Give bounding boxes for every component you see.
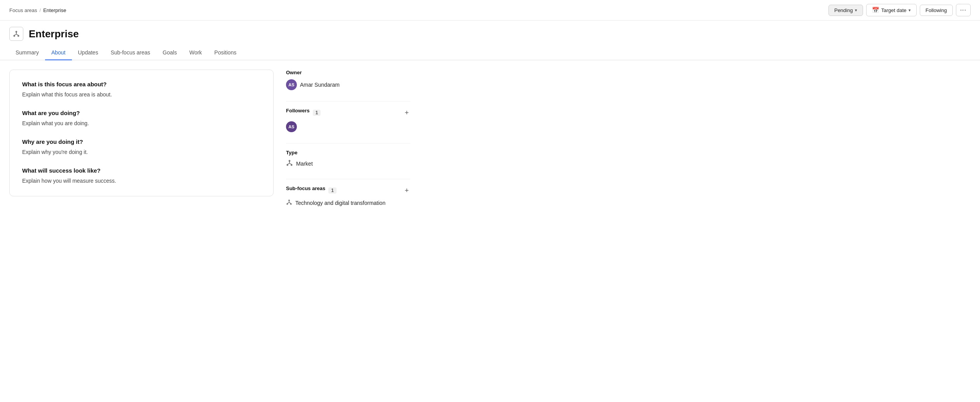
about-answer-1: Explain what this focus area is about.: [22, 91, 261, 99]
owner-label: Owner: [286, 70, 410, 75]
follower-avatar-1: AS: [286, 121, 297, 132]
breadcrumb: Focus areas / Enterprise: [9, 7, 66, 13]
tab-work[interactable]: Work: [183, 45, 208, 60]
pending-button[interactable]: Pending ▾: [828, 5, 863, 16]
divider-3: [286, 179, 410, 179]
about-card: What is this focus area about? Explain w…: [9, 70, 274, 196]
target-date-button[interactable]: 📅 Target date ▾: [866, 4, 917, 16]
tab-updates[interactable]: Updates: [72, 45, 105, 60]
sidebar-followers-section: Followers 1 + AS: [286, 108, 410, 132]
about-section-3: Why are you doing it? Explain why you're…: [22, 138, 261, 156]
sidebar-subfocus-section: Sub-focus areas 1 + Technology an: [286, 185, 410, 207]
svg-line-17: [289, 203, 291, 204]
about-answer-3: Explain why you're doing it.: [22, 148, 261, 156]
breadcrumb-separator: /: [40, 7, 41, 13]
svg-line-16: [287, 203, 289, 204]
type-label: Type: [286, 150, 410, 156]
tab-sub-focus-areas[interactable]: Sub-focus areas: [105, 45, 157, 60]
following-button[interactable]: Following: [920, 5, 953, 16]
calendar-icon: 📅: [872, 7, 879, 14]
chevron-down-icon: ▾: [855, 8, 857, 13]
add-follower-button[interactable]: +: [403, 108, 410, 117]
subfocus-label: Sub-focus areas: [286, 185, 325, 191]
target-date-label: Target date: [881, 7, 907, 13]
followers-avatars: AS: [286, 121, 410, 132]
add-subfocus-button[interactable]: +: [403, 186, 410, 195]
svg-line-10: [288, 163, 289, 164]
subfocus-item-icon: [286, 199, 292, 207]
content-panel: What is this focus area about? Explain w…: [9, 70, 274, 196]
owner-row: AS Amar Sundaram: [286, 79, 410, 90]
followers-label: Followers: [286, 108, 310, 114]
owner-avatar: AS: [286, 79, 297, 90]
about-section-4: What will success look like? Explain how…: [22, 167, 261, 185]
more-icon: ···: [960, 7, 966, 14]
market-type-icon: [286, 159, 293, 168]
about-question-3: Why are you doing it?: [22, 138, 261, 145]
top-bar: Focus areas / Enterprise Pending ▾ 📅 Tar…: [0, 0, 980, 21]
pending-label: Pending: [834, 7, 853, 13]
follower-avatar-initials: AS: [288, 124, 294, 129]
svg-line-11: [289, 163, 291, 164]
main-content: What is this focus area about? Explain w…: [0, 60, 980, 227]
subfocus-item-1: Technology and digital transformation: [286, 199, 410, 207]
chevron-down-icon-2: ▾: [909, 8, 911, 13]
more-options-button[interactable]: ···: [956, 4, 971, 16]
about-question-2: What are you doing?: [22, 110, 261, 116]
owner-avatar-initials: AS: [288, 82, 294, 87]
about-section-2: What are you doing? Explain what you are…: [22, 110, 261, 128]
about-answer-2: Explain what you are doing.: [22, 119, 261, 128]
top-actions: Pending ▾ 📅 Target date ▾ Following ···: [828, 4, 971, 16]
followers-header: Followers 1 +: [286, 108, 410, 117]
tab-goals[interactable]: Goals: [157, 45, 183, 60]
owner-name[interactable]: Amar Sundaram: [300, 82, 340, 88]
about-section-1: What is this focus area about? Explain w…: [22, 81, 261, 99]
focus-area-icon: [9, 27, 23, 41]
about-answer-4: Explain how you will measure success.: [22, 177, 261, 185]
tab-summary[interactable]: Summary: [9, 45, 45, 60]
followers-count: 1: [313, 110, 321, 116]
divider-2: [286, 143, 410, 143]
followers-label-group: Followers 1: [286, 108, 321, 117]
about-question-4: What will success look like?: [22, 167, 261, 174]
subfocus-header: Sub-focus areas 1 +: [286, 185, 410, 195]
tab-positions[interactable]: Positions: [208, 45, 243, 60]
nav-tabs: Summary About Updates Sub-focus areas Go…: [0, 45, 980, 60]
divider-1: [286, 101, 410, 101]
sidebar-owner-section: Owner AS Amar Sundaram: [286, 70, 410, 90]
type-value: Market: [296, 161, 313, 167]
page-title: Enterprise: [29, 28, 79, 40]
breadcrumb-parent[interactable]: Focus areas: [9, 7, 37, 13]
subfocus-label-group: Sub-focus areas 1: [286, 185, 337, 195]
svg-line-4: [14, 34, 16, 35]
page-title-area: Enterprise: [0, 21, 980, 41]
sidebar-type-section: Type Market: [286, 150, 410, 168]
sidebar: Owner AS Amar Sundaram Followers 1 + AS: [286, 70, 410, 218]
breadcrumb-current: Enterprise: [43, 7, 66, 13]
subfocus-count: 1: [328, 187, 337, 194]
following-label: Following: [926, 7, 947, 13]
tab-about[interactable]: About: [45, 45, 72, 60]
type-row: Market: [286, 159, 410, 168]
about-question-1: What is this focus area about?: [22, 81, 261, 87]
subfocus-item-name[interactable]: Technology and digital transformation: [295, 200, 385, 206]
svg-line-5: [16, 34, 18, 35]
